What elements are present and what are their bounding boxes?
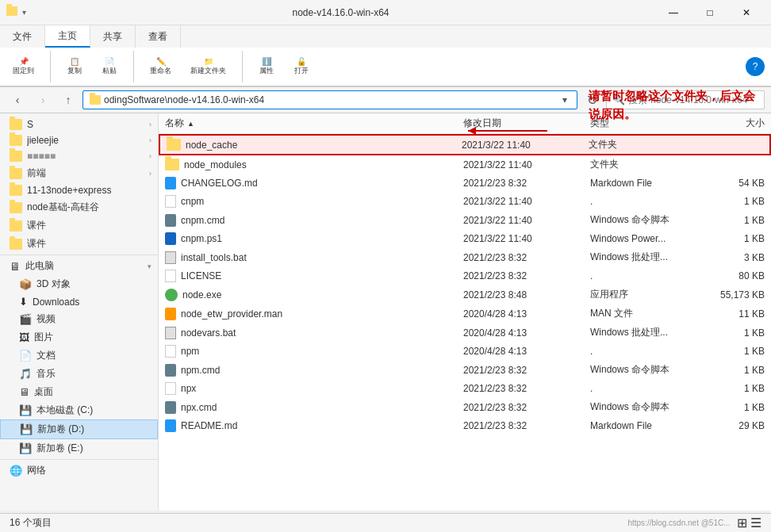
window-controls[interactable]: — □ ✕ <box>655 0 765 25</box>
bat-icon <box>165 327 176 339</box>
ribbon-paste-btn[interactable]: 📄 粘贴 <box>95 54 124 79</box>
sidebar-item-desktop[interactable]: 🖥 桌面 <box>0 383 158 401</box>
maximize-button[interactable]: □ <box>692 0 728 25</box>
file-row-node-exe[interactable]: node.exe 2021/2/23 8:48 应用程序 55,173 KB <box>159 285 771 304</box>
sidebar-item-drive-d[interactable]: 💾 新加卷 (D:) <box>0 419 158 439</box>
file-name-text: install_tools.bat <box>181 252 247 263</box>
ribbon-tabs[interactable]: 文件 主页 共享 查看 <box>0 25 771 48</box>
pin-label: 固定到 <box>13 66 34 76</box>
paste-label: 粘贴 <box>102 66 117 76</box>
expand-icon: › <box>149 121 152 128</box>
file-size: 1 KB <box>701 215 765 226</box>
file-row-readme[interactable]: README.md 2021/2/23 8:32 Markdown File 2… <box>159 417 771 435</box>
file-row-license[interactable]: LICENSE 2021/2/23 8:32 . 80 KB <box>159 267 771 285</box>
sidebar-item-downloads[interactable]: ⬇ Downloads <box>0 293 158 310</box>
ribbon-newfolder-btn[interactable]: 📁 新建文件夹 <box>184 54 232 79</box>
sidebar-item-node-express[interactable]: 11-13node+express <box>0 182 158 198</box>
ribbon-copy-btn[interactable]: 📋 复制 <box>60 54 89 79</box>
sidebar-item-network[interactable]: 🌐 网络 <box>0 461 158 480</box>
file-name-text: cnpm <box>181 196 204 207</box>
file-size: 1 KB <box>701 383 765 394</box>
ribbon-tab-file[interactable]: 文件 <box>0 25 45 48</box>
file-name-text: node_cache <box>186 140 237 151</box>
search-input[interactable] <box>628 94 758 105</box>
ribbon-pin-btn[interactable]: 📌 固定到 <box>6 54 40 79</box>
sidebar-item-drive-e[interactable]: 💾 新加卷 (E:) <box>0 439 158 457</box>
ribbon-rename-btn[interactable]: ✏️ 重命名 <box>144 54 178 79</box>
file-row-npm[interactable]: npm 2020/4/28 4:13 . 1 KB <box>159 343 771 361</box>
file-row-node-etw[interactable]: node_etw_provider.man 2020/4/28 4:13 MAN… <box>159 304 771 323</box>
status-bar: 16 个项目 https://blog.csdn.net @51C... ⊞ ☰ <box>0 513 771 532</box>
minimize-button[interactable]: — <box>655 0 692 25</box>
title-bar-icons: ▾ <box>6 6 26 18</box>
ribbon-tab-view[interactable]: 查看 <box>136 25 181 48</box>
file-row-cnpm-cmd[interactable]: cnpm.cmd 2021/3/22 11:40 Windows 命令脚本 1 … <box>159 211 771 230</box>
sidebar-item-blurred[interactable]: ■■■■■ › <box>0 148 158 164</box>
ribbon-tab-home[interactable]: 主页 <box>45 25 90 48</box>
view-icons[interactable]: ⊞ ☰ <box>737 515 761 530</box>
expand-icon: › <box>149 170 152 178</box>
up-button[interactable]: ↑ <box>57 90 79 109</box>
sidebar-label: 图片 <box>34 331 53 344</box>
sidebar-item-music[interactable]: 🎵 音乐 <box>0 365 158 383</box>
file-row-npx[interactable]: npx 2021/2/23 8:32 . 1 KB <box>159 380 771 398</box>
sidebar-item-node-base[interactable]: node基础-高硅谷 <box>0 198 158 216</box>
folder-icon <box>10 151 22 162</box>
sidebar-label: 新加卷 (D:) <box>37 423 84 436</box>
sidebar-item-qianduan[interactable]: 前端 › <box>0 164 158 182</box>
sidebar-label: Downloads <box>33 297 79 308</box>
file-row-install-tools[interactable]: install_tools.bat 2021/2/23 8:32 Windows… <box>159 248 771 267</box>
sidebar-item-image[interactable]: 🖼 图片 <box>0 328 158 346</box>
sidebar-item-kejian1[interactable]: 课件 <box>0 216 158 235</box>
back-button[interactable]: ‹ <box>6 90 29 109</box>
sidebar-item-s[interactable]: S › <box>0 117 158 132</box>
folder-icon <box>10 185 22 196</box>
help-button[interactable]: ? <box>746 57 765 76</box>
ribbon-open-btn[interactable]: 🔓 打开 <box>287 54 316 79</box>
close-button[interactable]: ✕ <box>728 0 765 25</box>
file-row-nodevars[interactable]: nodevars.bat 2020/4/28 4:13 Windows 批处理.… <box>159 323 771 343</box>
forward-button[interactable]: › <box>32 90 54 109</box>
sidebar-label: 网络 <box>27 464 46 477</box>
col-size-header[interactable]: 大小 <box>701 117 765 130</box>
col-date-header[interactable]: 修改日期 <box>463 117 590 130</box>
file-name-text: cnpm.cmd <box>181 215 224 226</box>
sidebar-item-kejian2[interactable]: 课件 <box>0 235 158 253</box>
sidebar-item-drive-c[interactable]: 💾 本地磁盘 (C:) <box>0 401 158 419</box>
file-type: . <box>590 196 701 207</box>
ribbon-props-btn[interactable]: ℹ️ 属性 <box>252 54 281 79</box>
col-name-header[interactable]: 名称 ▲ <box>165 117 463 130</box>
copy-icon: 📋 <box>70 57 79 66</box>
file-row-node-cache[interactable]: node_cache 2021/3/22 11:40 文件夹 <box>159 134 771 155</box>
file-row-cnpm-ps1[interactable]: cnpm.ps1 2021/3/22 11:40 Windows Power..… <box>159 230 771 248</box>
address-input[interactable]: odingSoftware\node-v14.16.0-win-x64 ▾ <box>82 90 577 109</box>
ribbon-sep1 <box>50 51 51 82</box>
sidebar-item-video[interactable]: 🎬 视频 <box>0 310 158 328</box>
cmd-icon <box>165 364 176 377</box>
file-row-cnpm[interactable]: cnpm 2021/3/22 11:40 . 1 KB <box>159 193 771 211</box>
file-date: 2020/4/28 4:13 <box>463 308 590 320</box>
col-type-header[interactable]: 类型 <box>590 117 701 130</box>
ribbon-sep2 <box>133 51 134 82</box>
sidebar-item-3d[interactable]: 📦 3D 对象 <box>0 275 158 293</box>
hdd-icon: 💾 <box>19 442 32 454</box>
sidebar-item-jieleejie[interactable]: jieleejie › <box>0 132 158 148</box>
ribbon-tab-share[interactable]: 共享 <box>90 25 136 48</box>
refresh-button[interactable]: ↻ <box>581 90 603 109</box>
sidebar-item-doc[interactable]: 📄 文档 <box>0 346 158 365</box>
file-date: 2021/2/23 8:32 <box>463 178 590 189</box>
file-type: Windows Power... <box>590 233 701 244</box>
file-row-node-modules[interactable]: node_modules 2021/3/22 11:40 文件夹 <box>159 155 771 174</box>
file-size: 1 KB <box>701 196 765 207</box>
sidebar-item-this-pc[interactable]: 🖥 此电脑 ▾ <box>0 257 158 275</box>
file-row-npm-cmd[interactable]: npm.cmd 2021/2/23 8:32 Windows 命令脚本 1 KB <box>159 361 771 380</box>
cmd-icon <box>165 214 176 227</box>
props-icon: ℹ️ <box>262 57 271 66</box>
file-row-changelog[interactable]: CHANGELOG.md 2021/2/23 8:32 Markdown Fil… <box>159 174 771 193</box>
address-dropdown-arrow[interactable]: ▾ <box>559 94 570 105</box>
file-list-area: 名称 ▲ 修改日期 类型 大小 node_cache 2021/3/22 11:… <box>159 113 771 511</box>
file-row-npx-cmd[interactable]: npx.cmd 2021/2/23 8:32 Windows 命令脚本 1 KB <box>159 398 771 417</box>
sidebar-label: 11-13node+express <box>27 185 111 196</box>
search-box[interactable]: 🔍 <box>606 90 765 109</box>
file-type: Markdown File <box>590 420 701 431</box>
